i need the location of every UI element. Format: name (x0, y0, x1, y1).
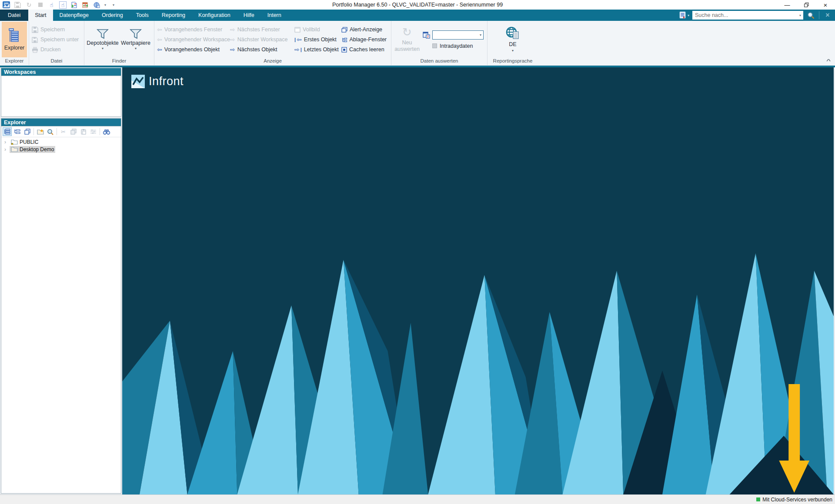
cut-icon[interactable]: ✂ (59, 127, 68, 136)
tab-tools[interactable]: Tools (130, 10, 155, 21)
tab-intern[interactable]: Intern (261, 10, 288, 21)
new-folder-icon[interactable] (36, 127, 45, 136)
date-picker-icon[interactable]: 7 (423, 31, 430, 39)
group-label-explorer: Explorer (2, 58, 27, 65)
window-controls: — × (778, 0, 835, 10)
tab-datenpflege[interactable]: Datenpflege (53, 10, 95, 21)
tab-datei[interactable]: Datei (0, 10, 28, 21)
reportingsprache-button[interactable]: DE ▾ (500, 22, 525, 57)
caches-leeren-button[interactable]: Caches leeren (341, 45, 389, 54)
select-object-icon[interactable]: ☝ (48, 1, 55, 9)
expander-icon[interactable]: › (4, 147, 10, 152)
prev-arrow-icon: ⇦ (157, 36, 162, 43)
content-area: Workspaces Explorer (0, 67, 835, 494)
globe-icon[interactable] (93, 1, 100, 9)
tree-node-public[interactable]: PUBLIC (10, 139, 40, 146)
naechstes-fenster-button[interactable]: ⇨ Nächstes Fenster (229, 25, 294, 34)
alert-anzeige-button[interactable]: Alert-Anzeige (341, 25, 389, 34)
tab-reporting[interactable]: Reporting (155, 10, 192, 21)
ribbon-group-anzeige: ⇦ Vorangehendes Fenster ⇦ Vorangehender … (154, 21, 391, 65)
ribbon-tab-strip: Datei Start Datenpflege Ordering Tools R… (0, 10, 835, 21)
restore-button[interactable] (797, 0, 816, 10)
list-view-icon[interactable] (13, 127, 22, 136)
copy-icon[interactable] (69, 127, 78, 136)
select-grid-icon[interactable]: ☝ (59, 1, 67, 9)
tree-node-desktop-demo[interactable]: Desktop Demo (10, 146, 55, 153)
stop-icon[interactable] (37, 1, 44, 9)
next-arrow-icon: ⇨ (230, 46, 235, 53)
separator (100, 128, 100, 135)
funnel-icon (130, 29, 142, 39)
search-dropdown-icon[interactable]: ▾ (799, 13, 803, 17)
vorangehendes-objekt-button[interactable]: ⇦ Vorangehendes Objekt (156, 45, 229, 54)
next-arrow-icon: ⇨ (230, 27, 235, 33)
qat-overflow-arrow-icon[interactable]: ▾ (104, 3, 106, 7)
separator (57, 128, 57, 135)
workspaces-panel-header[interactable]: Workspaces (1, 68, 121, 76)
explorer-panel-header[interactable]: Explorer (1, 118, 121, 126)
explorer-button[interactable]: Explorer (2, 22, 27, 57)
collapse-ribbon-icon[interactable]: ^ (826, 58, 831, 63)
next-arrow-icon: ⇨ (294, 46, 300, 53)
explorer-tree: › PUBLIC › Desktop Demo (1, 137, 121, 153)
infront-logo-icon (131, 75, 145, 88)
tree-row[interactable]: › PUBLIC (1, 138, 121, 146)
neu-auswerten-button[interactable]: ↻ Neu auswerten (393, 22, 421, 57)
save-icon (32, 27, 38, 33)
speichern-unter-button[interactable]: Speichern unter (31, 35, 82, 44)
report-document-icon[interactable] (70, 1, 78, 9)
search-go-button[interactable] (805, 11, 816, 20)
workspaces-panel-body[interactable] (1, 76, 121, 117)
printer-icon (32, 46, 38, 53)
dropdown-arrow-icon: ▾ (102, 47, 104, 50)
filter-settings-icon[interactable] (89, 127, 98, 136)
ribbon-group-daten-auswerten: ↻ Neu auswerten 7 ▾ Intradaydaten Daten … (391, 21, 488, 65)
search-icon[interactable] (46, 127, 55, 136)
close-button[interactable]: × (816, 0, 835, 10)
tab-konfiguration[interactable]: Konfiguration (192, 10, 237, 21)
speichern-button[interactable]: Speichern (31, 25, 82, 34)
pages-icon[interactable] (23, 127, 32, 136)
separator (33, 128, 34, 135)
paste-icon[interactable] (79, 127, 88, 136)
cloud-connected-icon (756, 497, 760, 501)
expander-icon[interactable]: › (4, 139, 10, 145)
naechster-workspace-button[interactable]: ⇨ Nächster Workspace (229, 35, 294, 44)
intradaydaten-checkbox[interactable] (432, 43, 437, 48)
wertpapiere-button[interactable]: Wertpapiere ▾ (119, 22, 152, 57)
refresh-icon[interactable]: ↻ (25, 1, 33, 9)
depotobjekte-button[interactable]: Depotobjekte ▾ (86, 22, 119, 57)
naechstes-objekt-button[interactable]: ⇨ Nächstes Objekt (229, 45, 294, 54)
tree-row[interactable]: › Desktop Demo (1, 146, 121, 153)
vorangehender-workspace-button[interactable]: ⇦ Vorangehender Workspace (156, 35, 229, 44)
tab-hilfe[interactable]: Hilfe (237, 10, 261, 21)
explorer-tree-icon (8, 28, 21, 43)
find-binoculars-icon[interactable] (102, 127, 111, 136)
search-input[interactable] (693, 12, 799, 18)
svg-text:pm: pm (4, 2, 9, 5)
drucken-button[interactable]: Drucken (31, 45, 82, 54)
erstes-objekt-button[interactable]: | ⇦ Erstes Objekt (294, 35, 341, 44)
minimize-button[interactable]: — (778, 0, 797, 10)
first-bar-icon: | (294, 37, 296, 42)
dock-tree-icon (341, 37, 347, 43)
qat-customize-icon[interactable]: ▾ (113, 3, 114, 7)
save-icon[interactable] (14, 1, 21, 9)
evaluation-date-combobox[interactable]: ▾ (432, 30, 484, 40)
tab-start[interactable]: Start (28, 10, 53, 21)
explorer-toolbar: ✂ (1, 126, 121, 137)
letztes-objekt-button[interactable]: ⇨ | Letztes Objekt (294, 45, 341, 54)
ribbon-group-explorer: Explorer Explorer (0, 21, 29, 65)
explorer-panel-body: ✂ › (1, 126, 121, 494)
search-clear-button[interactable]: × (822, 11, 833, 20)
chart-table-icon[interactable] (82, 1, 89, 9)
vorangehendes-fenster-button[interactable]: ⇦ Vorangehendes Fenster (156, 25, 229, 34)
tab-ordering[interactable]: Ordering (95, 10, 130, 21)
prev-arrow-icon: ⇦ (157, 46, 162, 53)
search-scope-button[interactable]: ▾ (678, 11, 691, 20)
fullscreen-icon (294, 27, 301, 33)
ablage-fenster-button[interactable]: Ablage-Fenster (341, 35, 389, 44)
window-title: Portfolio Manager 6.50 - QLVC_VALIDATE=m… (0, 2, 835, 8)
vollbild-button[interactable]: Vollbild (294, 25, 341, 34)
tree-view-icon[interactable] (3, 127, 12, 136)
